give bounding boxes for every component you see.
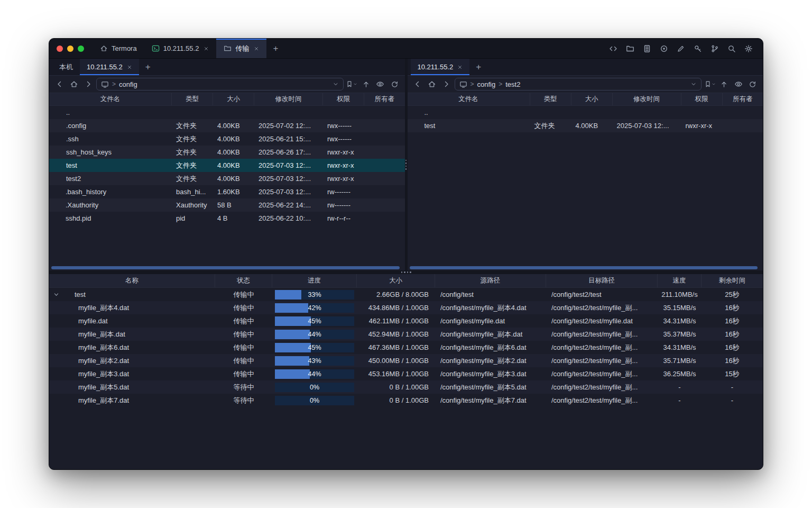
- tab-close-icon[interactable]: [457, 65, 463, 70]
- path-breadcrumb[interactable]: > config: [96, 78, 344, 90]
- column-header[interactable]: 剩余时间: [702, 274, 763, 287]
- transfer-row[interactable]: myfile_副本5.dat 等待中 0% 0 B / 1.00GB /conf…: [49, 380, 763, 394]
- key-icon[interactable]: [691, 42, 705, 56]
- file-table-row[interactable]: test 文件夹 4.00KB 2025-07-03 12:... rwxr-x…: [49, 159, 405, 172]
- column-header[interactable]: 所有者: [723, 93, 763, 105]
- upload-icon[interactable]: [360, 78, 372, 90]
- splitter-grip[interactable]: [405, 160, 407, 170]
- breadcrumb-segment[interactable]: config: [119, 80, 137, 88]
- file-table-row[interactable]: ssh_host_keys 文件夹 4.00KB 2025-06-26 17:.…: [49, 146, 405, 159]
- transfer-row[interactable]: test 传输中 33% 2.66GB / 8.00GB /config/tes…: [49, 288, 763, 301]
- close-window-button[interactable]: [57, 46, 63, 52]
- record-icon[interactable]: [657, 42, 671, 56]
- column-header[interactable]: 名称: [49, 274, 215, 287]
- horizontal-scrollbar[interactable]: [410, 266, 758, 269]
- chevron-down-icon[interactable]: [353, 82, 357, 86]
- column-header[interactable]: 源路径: [435, 274, 546, 287]
- panel-splitter-horizontal[interactable]: [49, 270, 763, 274]
- new-panel-tab-button[interactable]: +: [139, 59, 157, 75]
- show-hidden-eye-icon[interactable]: [374, 78, 386, 90]
- transfer-row[interactable]: myfile.dat 传输中 45% 462.11MB / 1.00GB /co…: [49, 314, 763, 328]
- file-table-row[interactable]: test 文件夹 4.00KB 2025-07-03 12:... rwxr-x…: [408, 119, 763, 132]
- edit-icon[interactable]: [674, 42, 688, 56]
- new-tab-button[interactable]: +: [266, 39, 284, 58]
- tab-close-icon[interactable]: [127, 65, 132, 70]
- file-table-row[interactable]: .Xauthority Xauthority 58 B 2025-06-22 1…: [49, 198, 405, 212]
- panel-tab[interactable]: 本机: [52, 59, 80, 75]
- file-table-row[interactable]: .config 文件夹 4.00KB 2025-07-02 12:... rwx…: [49, 119, 405, 132]
- chevron-down-icon[interactable]: [690, 81, 697, 87]
- tab-transfer[interactable]: 传输: [216, 39, 266, 58]
- transfer-source-path: /config/test/myfile_副本6.dat: [435, 343, 546, 352]
- back-icon[interactable]: [53, 78, 66, 90]
- forward-icon[interactable]: [82, 78, 94, 90]
- show-hidden-eye-icon[interactable]: [732, 78, 744, 90]
- chevron-down-icon[interactable]: [712, 82, 716, 86]
- column-header[interactable]: 修改时间: [613, 93, 681, 105]
- back-icon[interactable]: [412, 78, 424, 90]
- transfer-row[interactable]: myfile_副本3.dat 传输中 44% 453.16MB / 1.00GB…: [49, 367, 763, 380]
- search-icon[interactable]: [725, 42, 739, 56]
- column-header[interactable]: 大小: [571, 93, 613, 105]
- refresh-icon[interactable]: [746, 78, 759, 90]
- column-header[interactable]: 大小: [213, 93, 254, 105]
- panel-tab[interactable]: 10.211.55.2: [80, 59, 139, 75]
- branch-icon[interactable]: [708, 42, 722, 56]
- file-table-row[interactable]: .ssh 文件夹 4.00KB 2025-06-21 15:... rwx---…: [49, 132, 405, 146]
- file-icon: [67, 344, 75, 351]
- folder-icon[interactable]: [623, 42, 637, 56]
- column-header[interactable]: 文件名: [49, 93, 172, 105]
- file-table-row[interactable]: ..: [408, 106, 763, 119]
- horizontal-scrollbar[interactable]: [51, 266, 400, 269]
- column-header[interactable]: 状态: [215, 274, 272, 287]
- column-header[interactable]: 大小: [357, 274, 435, 287]
- transfer-row[interactable]: myfile_副本2.dat 传输中 43% 450.00MB / 1.00GB…: [49, 354, 763, 367]
- file-size: 4.00KB: [571, 122, 613, 130]
- document-icon[interactable]: [640, 42, 654, 56]
- file-table-row[interactable]: ..: [49, 106, 405, 119]
- tab-close-icon[interactable]: [254, 46, 259, 51]
- chevron-down-icon[interactable]: [333, 81, 339, 87]
- upload-icon[interactable]: [718, 78, 730, 90]
- panel-tab[interactable]: 10.211.55.2: [411, 59, 470, 75]
- column-header[interactable]: 文件名: [408, 93, 530, 105]
- column-header[interactable]: 所有者: [364, 93, 405, 105]
- column-header[interactable]: 类型: [172, 93, 213, 105]
- column-header[interactable]: 速度: [658, 274, 702, 287]
- column-header[interactable]: 进度: [272, 274, 357, 287]
- column-header[interactable]: 权限: [323, 93, 364, 105]
- transfer-row[interactable]: myfile_副本7.dat 等待中 0% 0 B / 1.00GB /conf…: [49, 394, 763, 407]
- maximize-window-button[interactable]: [78, 46, 84, 52]
- breadcrumb-segment[interactable]: config: [477, 80, 496, 88]
- file-table-row[interactable]: .bash_history bash_hi... 1.60KB 2025-07-…: [49, 185, 405, 198]
- code-icon[interactable]: [606, 42, 620, 56]
- home-icon[interactable]: [68, 78, 80, 90]
- path-breadcrumb[interactable]: > config > test2: [455, 78, 702, 90]
- splitter-grip[interactable]: [401, 271, 411, 273]
- new-panel-tab-button[interactable]: +: [469, 59, 487, 75]
- minimize-window-button[interactable]: [67, 46, 73, 52]
- tab-session[interactable]: 10.211.55.2: [144, 39, 217, 58]
- breadcrumb-segment[interactable]: test2: [505, 80, 520, 88]
- refresh-icon[interactable]: [389, 78, 401, 90]
- column-header[interactable]: 目标路径: [546, 274, 658, 287]
- transfer-eta: 15秒: [702, 369, 763, 379]
- transfer-row[interactable]: myfile_副本4.dat 传输中 42% 434.86MB / 1.00GB…: [49, 301, 763, 314]
- column-header[interactable]: 类型: [530, 93, 571, 105]
- file-table-row[interactable]: test2 文件夹 4.00KB 2025-07-03 12:... rwxr-…: [49, 172, 405, 185]
- tab-close-icon[interactable]: [204, 46, 209, 51]
- tab-termora-home[interactable]: Termora: [93, 39, 144, 58]
- home-icon[interactable]: [426, 78, 438, 90]
- transfer-row[interactable]: myfile_副本.dat 传输中 44% 452.94MB / 1.00GB …: [49, 328, 763, 341]
- column-header[interactable]: 修改时间: [254, 93, 323, 105]
- transfer-row[interactable]: myfile_副本6.dat 传输中 45% 467.36MB / 1.00GB…: [49, 341, 763, 354]
- forward-icon[interactable]: [440, 78, 453, 90]
- column-header[interactable]: 权限: [681, 93, 723, 105]
- expand-caret-icon[interactable]: [53, 292, 59, 297]
- file-table-row[interactable]: sshd.pid pid 4 B 2025-06-22 10:... rw-r-…: [49, 212, 405, 225]
- settings-icon[interactable]: [742, 42, 755, 56]
- transfer-status: 传输中: [215, 356, 272, 366]
- bookmark-icon[interactable]: [704, 78, 716, 90]
- file-name: .bash_history: [66, 188, 106, 196]
- bookmark-icon[interactable]: [346, 78, 358, 90]
